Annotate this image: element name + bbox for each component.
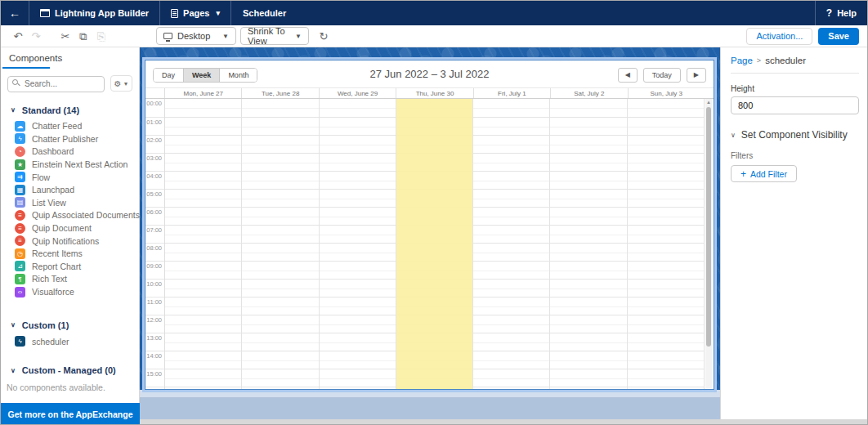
component-label: Recent Items (32, 248, 83, 258)
day-header-row: Mon, June 27Tue, June 28Wed, June 29Thu,… (145, 87, 714, 99)
component-item-quip-notifications[interactable]: ≡Quip Notifications (1, 235, 139, 248)
chevron-down-icon: ▼ (222, 33, 229, 40)
section-custom-managed-title: Custom - Managed (0) (22, 365, 116, 375)
cut-icon[interactable]: ✂ (56, 31, 74, 42)
time-label: 15:00 (145, 369, 164, 378)
save-button[interactable]: Save (818, 28, 859, 45)
pages-menu[interactable]: Pages ▾ (160, 1, 230, 25)
time-label: 11:00 (145, 298, 164, 306)
quip-notifications-icon: ≡ (15, 235, 25, 246)
help-menu[interactable]: ? Help (816, 1, 867, 25)
component-item-report-chart[interactable]: ⊿Report Chart (1, 260, 139, 273)
time-gutter: 00:0001:0002:0003:0004:0005:0006:0007:00… (145, 99, 165, 389)
copy-icon[interactable]: ⧉ (74, 31, 92, 42)
pages-label: Pages (183, 8, 209, 18)
week-view-button[interactable]: Week (183, 69, 219, 82)
page-background-pattern: Day Week Month 27 Jun 2022 – 3 Jul 2022 … (140, 47, 720, 390)
section-custom[interactable]: ∨ Custom (1) (1, 320, 139, 330)
rich-text-icon: ¶ (15, 274, 25, 284)
add-filter-button[interactable]: + Add Filter (731, 165, 797, 182)
redo-icon[interactable]: ↷ (27, 31, 45, 42)
component-item-list-view[interactable]: ▤List View (1, 196, 139, 209)
scrollbar-thumb[interactable] (706, 107, 711, 347)
day-column[interactable] (550, 99, 627, 389)
breadcrumb-page-link[interactable]: Page (731, 56, 753, 65)
component-search-input[interactable] (7, 76, 105, 92)
gear-icon[interactable]: ⚙ ▼ (110, 75, 132, 92)
activation-button[interactable]: Activation... (746, 28, 812, 45)
visibility-section-header[interactable]: ∨ Set Component Visibility (731, 129, 859, 141)
component-item-quip-document[interactable]: ≡Quip Document (1, 221, 139, 235)
builder-canvas[interactable]: Day Week Month 27 Jun 2022 – 3 Jul 2022 … (140, 47, 720, 425)
time-label: 09:00 (145, 262, 164, 270)
gear-glyph: ⚙ (114, 79, 122, 88)
day-header: Sun, July 3 (629, 88, 705, 98)
component-item-dashboard[interactable]: ◔Dashboard (1, 145, 139, 159)
component-item-recent-items[interactable]: ◷Recent Items (1, 247, 139, 260)
section-custom-title: Custom (1) (22, 320, 69, 330)
component-item-einstein-next-best-action[interactable]: ★Einstein Next Best Action (1, 158, 139, 171)
paste-icon[interactable]: ⎘ (92, 31, 110, 42)
component-item-chatter-feed[interactable]: ☁Chatter Feed (1, 120, 139, 133)
quip-document-icon: ≡ (15, 223, 25, 234)
lightning-app-builder-window: ← Lightning App Builder Pages ▾ Schedule… (0, 0, 868, 425)
day-column[interactable] (165, 99, 242, 389)
filters-label: Filters (731, 151, 859, 160)
day-column[interactable] (473, 99, 550, 389)
component-label: List View (32, 198, 66, 208)
scroll-up-icon[interactable]: ▲ (705, 99, 712, 106)
component-item-scheduler[interactable]: ϟscheduler (1, 335, 139, 348)
appexchange-button[interactable]: Get more on the AppExchange (1, 403, 140, 425)
component-item-flow[interactable]: ⇉Flow (1, 171, 139, 184)
flow-icon: ⇉ (15, 172, 25, 182)
component-label: Quip Associated Documents (32, 210, 140, 220)
calendar-grid[interactable]: 00:0001:0002:0003:0004:0005:0006:0007:00… (145, 99, 714, 389)
list-view-icon: ▤ (15, 197, 25, 208)
next-week-button[interactable]: ▶ (687, 68, 706, 83)
day-header: Thu, June 30 (396, 88, 473, 98)
month-view-button[interactable]: Month (219, 69, 257, 82)
time-label: 05:00 (145, 190, 164, 198)
day-column[interactable] (320, 99, 396, 389)
component-label: Chatter Publisher (32, 134, 98, 144)
chatter-feed-icon: ☁ (15, 121, 25, 132)
canvas-zoom-selector[interactable]: Shrink To View ▼ (240, 27, 309, 45)
component-item-chatter-publisher[interactable]: ϟChatter Publisher (1, 132, 139, 145)
undo-icon[interactable]: ↶ (9, 31, 27, 42)
section-custom-managed[interactable]: ∨ Custom - Managed (0) (1, 365, 139, 375)
chevron-down-icon: ∨ (11, 106, 16, 114)
scheduler-component[interactable]: Day Week Month 27 Jun 2022 – 3 Jul 2022 … (145, 60, 714, 390)
chevron-down-icon: ▼ (295, 33, 302, 40)
device-selector[interactable]: Desktop ▼ (156, 27, 236, 45)
component-item-quip-associated-documents[interactable]: ≡Quip Associated Documents (1, 209, 139, 222)
refresh-icon[interactable]: ↻ (315, 31, 333, 42)
component-item-visualforce[interactable]: ‹›Visualforce (1, 285, 139, 298)
pages-icon (171, 9, 178, 18)
today-column[interactable] (396, 99, 473, 389)
chevron-down-icon: ∨ (11, 367, 16, 374)
section-standard[interactable]: ∨ Standard (14) (1, 105, 139, 115)
component-label: Dashboard (32, 146, 74, 156)
prev-week-button[interactable]: ◀ (618, 68, 638, 83)
tab-components[interactable]: Components (1, 47, 139, 69)
back-button[interactable]: ← (1, 1, 29, 25)
day-column[interactable] (242, 99, 319, 389)
component-label: Flow (32, 172, 50, 182)
day-column[interactable] (628, 99, 705, 389)
component-item-rich-text[interactable]: ¶Rich Text (1, 273, 139, 286)
standard-component-list: ☁Chatter FeedϟChatter Publisher◔Dashboar… (1, 120, 139, 298)
no-components-text: No components available. (1, 382, 139, 392)
app-builder-menu[interactable]: Lightning App Builder (29, 1, 159, 25)
visibility-section-title: Set Component Visibility (741, 129, 848, 141)
calendar-scrollbar[interactable]: ▲ (705, 99, 712, 388)
today-button[interactable]: Today (643, 68, 681, 83)
breadcrumb-current: scheduler (765, 56, 806, 65)
active-tab-underline (2, 67, 50, 69)
day-header: Tue, June 28 (242, 88, 319, 98)
chevron-down-icon: ▼ (123, 81, 129, 87)
day-header: Mon, June 27 (165, 88, 242, 98)
height-field[interactable] (731, 96, 859, 114)
day-view-button[interactable]: Day (154, 69, 183, 82)
monitor-icon (163, 33, 172, 39)
component-item-launchpad[interactable]: ▦Launchpad (1, 183, 139, 196)
